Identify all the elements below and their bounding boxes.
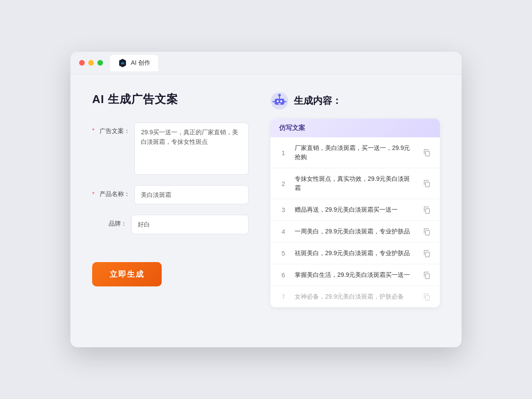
content-area: AI 生成广告文案 * 广告文案： 29.9买一送一，真正的厂家直销，美白淡斑霜… — [70, 74, 462, 344]
row-text-2: 专抹女性斑点，真实功效，29.9元美白淡斑霜 — [295, 174, 416, 193]
brand-group: 品牌： — [92, 215, 249, 234]
copy-icon-1[interactable] — [422, 148, 431, 157]
row-text-1: 厂家直销，美白淡斑霜，买一送一，29.9元抢购 — [295, 143, 416, 162]
result-row-3: 3 赠品再送，29.9元美白淡斑霜买一送一 — [270, 199, 440, 221]
result-row-2: 2 专抹女性斑点，真实功效，29.9元美白淡斑霜 — [270, 168, 440, 199]
copy-icon-6[interactable] — [422, 271, 431, 279]
result-table: 仿写文案 1 厂家直销，美白淡斑霜，买一送一，29.9元抢购 2 专抹女性斑点，… — [270, 119, 440, 307]
ad-copy-required-star: * — [92, 127, 94, 134]
ad-copy-group: * 广告文案： 29.9买一送一，真正的厂家直销，美白淡斑霜，专抹女性斑点 — [92, 123, 249, 175]
generate-button[interactable]: 立即生成 — [92, 262, 162, 286]
left-panel: AI 生成广告文案 * 广告文案： 29.9买一送一，真正的厂家直销，美白淡斑霜… — [92, 92, 249, 326]
copy-icon-4[interactable] — [422, 227, 431, 236]
row-text-7: 女神必备，29.9元美白淡斑霜，护肤必备 — [295, 292, 416, 301]
row-text-4: 一周美白，29.9元美白淡斑霜，专业护肤品 — [295, 227, 416, 236]
copy-icon-2[interactable] — [422, 179, 431, 188]
right-panel: 生成内容： 仿写文案 1 厂家直销，美白淡斑霜，买一送一，29.9元抢购 2 专… — [270, 92, 440, 326]
row-num-2: 2 — [279, 180, 288, 187]
result-title: 生成内容： — [294, 94, 342, 107]
ad-copy-label: 广告文案： — [95, 127, 130, 136]
svg-rect-16 — [426, 274, 429, 279]
row-text-3: 赠品再送，29.9元美白淡斑霜买一送一 — [295, 205, 416, 214]
row-num-7: 7 — [279, 293, 288, 300]
product-name-required-star: * — [92, 190, 94, 197]
product-name-group: * 产品名称： — [92, 185, 249, 204]
row-num-4: 4 — [279, 228, 288, 235]
svg-rect-5 — [280, 100, 282, 102]
row-text-5: 祛斑美白，29.9元美白淡斑霜，专业护肤品 — [295, 249, 416, 258]
table-header: 仿写文案 — [270, 119, 440, 137]
page-title: AI 生成广告文案 — [92, 92, 249, 107]
copy-icon-5[interactable] — [422, 249, 431, 258]
minimize-button[interactable] — [88, 60, 94, 66]
result-row-1: 1 厂家直销，美白淡斑霜，买一送一，29.9元抢购 — [270, 137, 440, 168]
robot-icon — [270, 92, 289, 110]
ai-tab-icon: AI — [118, 58, 127, 68]
result-header: 生成内容： — [270, 92, 440, 110]
svg-text:AI: AI — [121, 61, 124, 65]
row-num-6: 6 — [279, 271, 288, 279]
row-num-1: 1 — [279, 149, 288, 156]
title-bar: AI AI 创作 — [70, 52, 462, 74]
svg-rect-4 — [277, 100, 279, 102]
row-text-6: 掌握美白生活，29.9元美白淡斑霜买一送一 — [295, 270, 416, 279]
window-controls — [79, 60, 103, 66]
ai-tab[interactable]: AI AI 创作 — [110, 55, 158, 71]
result-row-4: 4 一周美白，29.9元美白淡斑霜，专业护肤品 — [270, 221, 440, 243]
brand-input[interactable] — [131, 215, 249, 234]
svg-rect-11 — [426, 151, 429, 156]
product-name-label: 产品名称： — [95, 185, 130, 203]
ad-copy-input[interactable]: 29.9买一送一，真正的厂家直销，美白淡斑霜，专抹女性斑点 — [134, 123, 249, 175]
tab-label: AI 创作 — [131, 59, 150, 67]
brand-label: 品牌： — [92, 215, 127, 232]
close-button[interactable] — [79, 60, 85, 66]
svg-rect-15 — [426, 252, 429, 257]
svg-rect-17 — [426, 296, 429, 300]
svg-rect-6 — [278, 103, 281, 104]
maximize-button[interactable] — [97, 60, 103, 66]
svg-rect-14 — [426, 230, 429, 235]
browser-window: AI AI 创作 AI 生成广告文案 * 广告文案： 29.9买一送一，真正的厂… — [70, 52, 462, 347]
svg-point-8 — [278, 94, 281, 96]
svg-rect-12 — [426, 182, 429, 187]
result-row-7: 7 女神必备，29.9元美白淡斑霜，护肤必备 — [270, 286, 440, 307]
row-num-3: 3 — [279, 206, 288, 213]
svg-rect-13 — [426, 209, 429, 213]
result-row-6: 6 掌握美白生活，29.9元美白淡斑霜买一送一 — [270, 264, 440, 286]
copy-icon-3[interactable] — [422, 206, 431, 214]
row-num-5: 5 — [279, 249, 288, 257]
product-name-input[interactable] — [134, 185, 249, 204]
copy-icon-7[interactable] — [422, 293, 431, 301]
result-row-5: 5 祛斑美白，29.9元美白淡斑霜，专业护肤品 — [270, 243, 440, 264]
